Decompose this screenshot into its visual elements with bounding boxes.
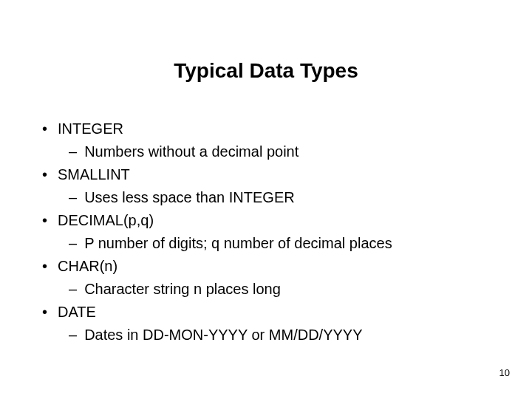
list-sub-item: – Numbers without a decimal point — [69, 141, 491, 163]
bullet-icon: • — [42, 256, 47, 277]
list-item: • DATE — [41, 301, 491, 323]
list-item: • DECIMAL(p,q) — [41, 210, 491, 231]
list-item: • CHAR(n) — [41, 256, 491, 277]
slide-content: • INTEGER – Numbers without a decimal po… — [41, 118, 491, 346]
sub-item-label: Dates in DD-MON-YYYY or MM/DD/YYYY — [84, 324, 362, 346]
dash-icon: – — [69, 141, 77, 163]
bullet-icon: • — [42, 118, 47, 140]
list-sub-item: – Dates in DD-MON-YYYY or MM/DD/YYYY — [69, 324, 491, 346]
bullet-icon: • — [42, 301, 47, 323]
bullet-icon: • — [42, 210, 47, 231]
item-label: DECIMAL(p,q) — [58, 210, 154, 231]
bullet-icon: • — [42, 164, 47, 185]
sub-item-label: P number of digits; q number of decimal … — [84, 233, 392, 254]
item-label: DATE — [58, 301, 96, 323]
dash-icon: – — [69, 279, 77, 300]
item-label: INTEGER — [58, 118, 123, 140]
list-sub-item: – Uses less space than INTEGER — [69, 187, 491, 208]
sub-item-label: Character string n places long — [84, 279, 281, 300]
page-number: 10 — [499, 367, 510, 378]
sub-item-label: Uses less space than INTEGER — [84, 187, 295, 208]
list-sub-item: – Character string n places long — [69, 279, 491, 300]
list-item: • SMALLINT — [41, 164, 491, 185]
list-sub-item: – P number of digits; q number of decima… — [69, 233, 491, 254]
dash-icon: – — [69, 233, 77, 254]
item-label: SMALLINT — [58, 164, 130, 185]
dash-icon: – — [69, 324, 77, 346]
list-item: • INTEGER — [41, 118, 491, 140]
dash-icon: – — [69, 187, 77, 208]
slide-title: Typical Data Types — [41, 59, 491, 83]
sub-item-label: Numbers without a decimal point — [84, 141, 299, 163]
item-label: CHAR(n) — [58, 256, 117, 277]
